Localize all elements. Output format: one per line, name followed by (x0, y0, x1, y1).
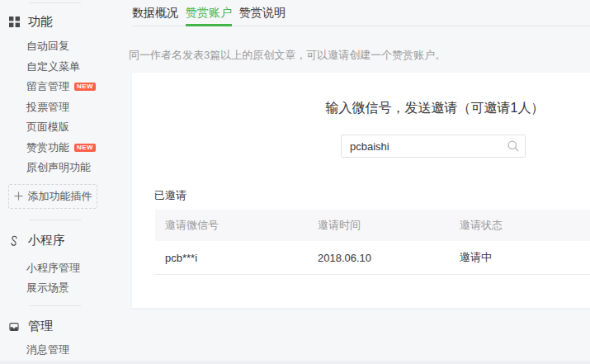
sidebar-divider (29, 305, 81, 306)
plus-icon (14, 191, 23, 201)
sidebar-item-message-management[interactable]: 消息管理 (0, 340, 132, 361)
sidebar-item-label: 页面模版 (26, 120, 69, 135)
sidebar-item-vote-management[interactable]: 投票管理 (0, 97, 132, 118)
wechat-id-search (341, 135, 526, 158)
sidebar-item-label: 自动回复 (26, 39, 69, 54)
new-badge: NEW (74, 83, 96, 91)
invited-table: 邀请微信号 邀请时间 邀请状态 pcb***i 2018.06.10 邀请中 (155, 210, 590, 275)
tab-data-overview[interactable]: 数据概况 (132, 0, 178, 26)
sidebar-section-management: 管理 (0, 320, 132, 333)
column-header-invite-status: 邀请状态 (450, 218, 590, 233)
notice-text: 同一作者名发表3篇以上的原创文章，可以邀请创建一个赞赏账户。 (129, 48, 446, 63)
sidebar-miniprogram-items: 小程序管理 展示场景 (0, 258, 132, 299)
cell-wechat-id: pcb***i (155, 252, 308, 264)
add-plugin-button[interactable]: 添加功能插件 (8, 184, 97, 209)
sidebar-section-miniprogram: 小程序 (0, 234, 132, 248)
cell-invite-time: 2018.06.10 (308, 252, 450, 264)
table-row: pcb***i 2018.06.10 邀请中 (155, 241, 590, 275)
sidebar-item-label: 留言管理 (26, 79, 69, 94)
sidebar-item-label: 原创声明功能 (26, 160, 91, 175)
sidebar-management-items: 消息管理 (0, 340, 132, 361)
horizontal-scrollbar-track[interactable] (0, 361, 590, 364)
grid-icon (8, 16, 20, 27)
invite-heading: 输入微信号，发送邀请（可邀请1人） (326, 100, 545, 117)
sidebar-item-auto-reply[interactable]: 自动回复 (0, 36, 132, 57)
sidebar-item-page-template[interactable]: 页面模版 (0, 117, 132, 138)
cell-invite-status: 邀请中 (450, 250, 590, 265)
sidebar-item-original-statement[interactable]: 原创声明功能 (0, 158, 132, 178)
table-header-row: 邀请微信号 邀请时间 邀请状态 (155, 210, 590, 241)
sidebar-item-label: 小程序管理 (26, 261, 80, 276)
sidebar-section-features: 功能 (0, 15, 132, 28)
sidebar-item-label: 赞赏功能 (26, 140, 69, 155)
page: 功能 自动回复 自定义菜单 留言管理NEW 投票管理 页面模版 赞赏功能NEW … (0, 0, 590, 364)
column-header-invite-time: 邀请时间 (308, 218, 450, 233)
sidebar-section-label: 管理 (28, 319, 53, 334)
sidebar-feature-items: 自动回复 自定义菜单 留言管理NEW 投票管理 页面模版 赞赏功能NEW 原创声… (0, 36, 132, 178)
inbox-icon (8, 321, 20, 333)
invited-title: 已邀请 (154, 188, 186, 203)
miniprogram-icon (8, 235, 20, 247)
sidebar-item-label: 投票管理 (26, 100, 69, 115)
tab-reward-account[interactable]: 赞赏账户 (186, 0, 232, 26)
sidebar-section-label: 功能 (28, 14, 53, 30)
search-icon[interactable] (507, 139, 520, 153)
sidebar-item-miniprogram-management[interactable]: 小程序管理 (0, 258, 132, 279)
add-plugin-label: 添加功能插件 (28, 189, 92, 204)
sidebar-item-reward-feature[interactable]: 赞赏功能NEW (0, 138, 132, 158)
sidebar-item-comment-management[interactable]: 留言管理NEW (0, 77, 132, 97)
sidebar: 功能 自动回复 自定义菜单 留言管理NEW 投票管理 页面模版 赞赏功能NEW … (0, 0, 132, 364)
sidebar-section-label: 小程序 (28, 233, 65, 248)
tab-reward-description[interactable]: 赞赏说明 (239, 0, 286, 26)
new-badge: NEW (74, 144, 96, 152)
sidebar-item-display-scene[interactable]: 展示场景 (0, 278, 132, 299)
sidebar-item-custom-menu[interactable]: 自定义菜单 (0, 57, 132, 78)
sidebar-item-label: 展示场景 (26, 281, 69, 295)
column-header-wechat-id: 邀请微信号 (155, 218, 308, 233)
sidebar-divider (29, 2, 81, 3)
reward-account-card: 输入微信号，发送邀请（可邀请1人） 已邀请 邀请微信号 邀请时间 邀请状态 pc… (132, 73, 590, 308)
sidebar-divider (29, 220, 81, 220)
wechat-id-input[interactable] (341, 135, 526, 158)
tab-bar: 数据概况 赞赏账户 赞赏说明 (132, 0, 590, 26)
sidebar-item-label: 自定义菜单 (26, 59, 80, 74)
sidebar-item-label: 消息管理 (26, 343, 69, 357)
